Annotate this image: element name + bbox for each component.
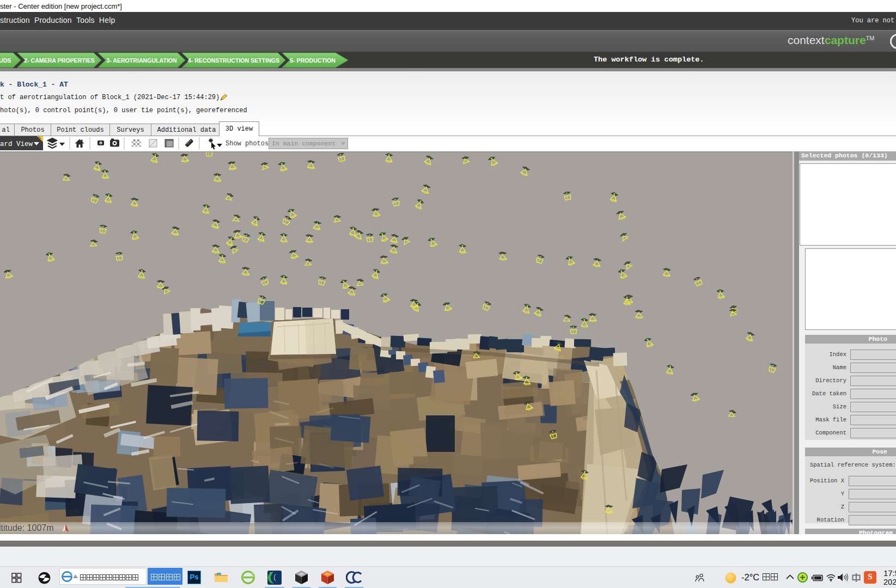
- svg-text:UDS: UDS: [0, 57, 11, 64]
- svg-text:3- AEROTRIANGULATION: 3- AEROTRIANGULATION: [106, 57, 176, 64]
- svg-text:ard View: ard View: [0, 140, 33, 148]
- svg-text:2- CAMERA PROPERTIES: 2- CAMERA PROPERTIES: [24, 57, 95, 64]
- svg-text:5- PRODUCTION: 5- PRODUCTION: [290, 57, 336, 64]
- svg-text:ltitude: 1007m: ltitude: 1007m: [0, 523, 54, 532]
- svg-text:4- RECONSTRUCTION SETTINGS: 4- RECONSTRUCTION SETTINGS: [188, 57, 279, 64]
